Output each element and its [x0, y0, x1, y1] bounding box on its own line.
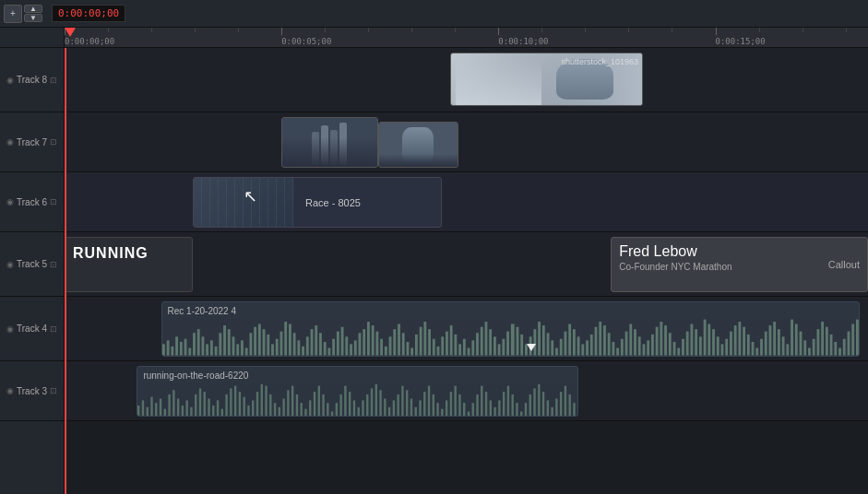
svg-rect-256: [560, 392, 562, 416]
svg-rect-230: [446, 400, 447, 416]
svg-rect-180: [226, 394, 228, 416]
svg-rect-20: [249, 334, 252, 356]
svg-rect-127: [716, 337, 719, 356]
clip-fred-lebow[interactable]: Fred Lebow Co-Founder NYC Marathon Callo…: [611, 237, 868, 292]
track3-eye-icon[interactable]: ◉: [4, 384, 17, 397]
svg-rect-38: [327, 348, 330, 356]
svg-rect-29: [288, 324, 291, 356]
track6-eye-icon[interactable]: ◉: [4, 195, 17, 208]
svg-rect-139: [768, 326, 771, 356]
callout-type: Callout: [828, 259, 860, 270]
add-button[interactable]: +: [4, 5, 22, 23]
track3-lock-icon[interactable]: ⊡: [47, 384, 60, 397]
track-labels: ◉ Track 8 ⊡ ◉ Track 7 ⊡ ◉ Track 6 ⊡ ◉ Tr…: [0, 48, 65, 494]
svg-rect-243: [503, 392, 505, 416]
track-row-3[interactable]: running-on-the-road-6220: [65, 361, 868, 421]
track8-lock-icon[interactable]: ⊡: [47, 74, 60, 87]
svg-rect-179: [221, 409, 223, 416]
timeline-container: + ▲ ▼ 0:00:00;00 0:00:00;00 0:00:05;00 0…: [0, 0, 868, 494]
svg-rect-209: [353, 400, 355, 416]
svg-rect-48: [371, 326, 374, 356]
track5-eye-icon[interactable]: ◉: [4, 258, 17, 271]
svg-rect-193: [283, 398, 285, 416]
chevron-down-button[interactable]: ▼: [24, 14, 42, 22]
svg-rect-45: [358, 334, 361, 356]
svg-rect-169: [177, 398, 179, 416]
ruler-label-area: [0, 28, 65, 47]
svg-rect-104: [616, 348, 619, 356]
svg-rect-257: [565, 386, 566, 416]
svg-rect-137: [760, 339, 763, 356]
chevron-up-button[interactable]: ▲: [24, 5, 42, 13]
svg-rect-122: [695, 330, 697, 356]
svg-rect-19: [244, 348, 247, 356]
svg-rect-77: [497, 345, 500, 356]
svg-rect-168: [173, 390, 175, 416]
svg-rect-167: [169, 394, 171, 416]
track6-lock-icon[interactable]: ⊡: [47, 195, 60, 208]
tracks-content: shutterstock_101963: [65, 48, 868, 494]
svg-rect-30: [292, 334, 295, 356]
track-row-5[interactable]: RUNNING Fred Lebow Co-Founder NYC Marath…: [65, 232, 868, 297]
ruler-ticks[interactable]: 0:00:00;00 0:00:05;00 0:00:10;00 0:00:15…: [65, 28, 868, 47]
svg-rect-133: [743, 327, 745, 356]
clip-runners-group[interactable]: [281, 117, 378, 168]
track5-lock-icon[interactable]: ⊡: [47, 258, 60, 271]
track-row-8[interactable]: shutterstock_101963: [65, 48, 868, 112]
svg-rect-239: [485, 392, 487, 416]
svg-rect-96: [581, 345, 584, 356]
svg-rect-136: [755, 348, 758, 356]
svg-rect-164: [155, 403, 157, 416]
svg-rect-32: [302, 347, 304, 356]
track7-eye-icon[interactable]: ◉: [4, 135, 17, 148]
svg-rect-51: [384, 347, 386, 356]
clip-road-audio[interactable]: running-on-the-road-6220: [137, 366, 578, 417]
svg-rect-191: [274, 403, 276, 416]
svg-rect-218: [393, 400, 395, 416]
svg-rect-86: [538, 322, 541, 356]
svg-rect-9: [201, 337, 204, 356]
svg-rect-134: [746, 335, 749, 356]
svg-rect-172: [191, 407, 193, 416]
track3-name: Track 3: [17, 386, 47, 396]
svg-rect-171: [186, 400, 188, 416]
svg-rect-93: [568, 324, 571, 356]
svg-rect-155: [838, 348, 841, 356]
svg-rect-187: [256, 392, 258, 416]
track-row-7[interactable]: [65, 112, 868, 172]
svg-rect-188: [261, 384, 263, 416]
svg-rect-163: [151, 397, 153, 416]
svg-rect-129: [725, 339, 728, 356]
svg-rect-120: [685, 332, 688, 356]
svg-rect-36: [319, 334, 322, 356]
track-row-6[interactable]: Race - 8025 ↖: [65, 172, 868, 232]
road-audio-label: running-on-the-road-6220: [143, 370, 248, 381]
svg-rect-165: [160, 398, 161, 416]
svg-rect-240: [490, 400, 492, 416]
clip-rec-audio[interactable]: Rec 1-20-2022 4: [161, 301, 861, 357]
svg-rect-13: [219, 334, 221, 356]
svg-rect-157: [847, 332, 850, 356]
clip-runner-solo[interactable]: [378, 122, 458, 168]
svg-rect-130: [730, 332, 732, 356]
svg-rect-92: [564, 332, 566, 356]
track4-eye-icon[interactable]: ◉: [4, 323, 17, 335]
svg-rect-11: [209, 341, 212, 356]
svg-rect-153: [829, 335, 832, 356]
track8-eye-icon[interactable]: ◉: [4, 74, 17, 87]
svg-rect-185: [248, 406, 250, 416]
svg-rect-118: [677, 348, 680, 356]
svg-rect-41: [340, 327, 343, 356]
track4-lock-icon[interactable]: ⊡: [47, 323, 60, 335]
track-row-4[interactable]: Rec 1-20-2022 4: [65, 297, 868, 361]
audio-label: Rec 1-20-2022 4: [168, 306, 237, 316]
svg-rect-25: [271, 345, 274, 356]
clip-shutterstock[interactable]: shutterstock_101963: [450, 53, 643, 106]
svg-rect-87: [541, 326, 544, 356]
track8-name: Track 8: [17, 75, 47, 85]
svg-rect-116: [668, 334, 671, 356]
track-label-5: ◉ Track 5 ⊡: [0, 232, 64, 297]
clip-running-title[interactable]: RUNNING: [65, 237, 193, 292]
track7-lock-icon[interactable]: ⊡: [47, 135, 60, 148]
clip-race[interactable]: Race - 8025: [193, 177, 442, 228]
